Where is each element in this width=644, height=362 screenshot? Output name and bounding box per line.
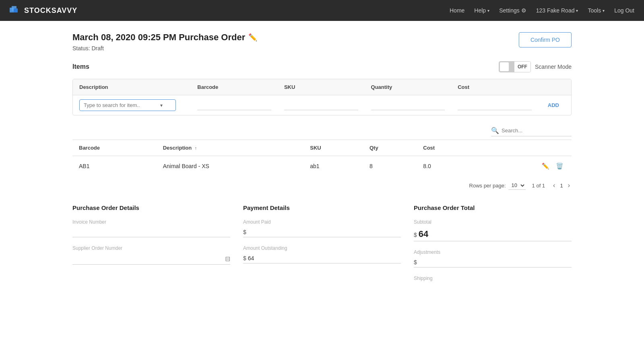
po-details-title: Purchase Order Details <box>72 204 230 211</box>
purchase-order-details-section: Purchase Order Details Invoice Number Su… <box>72 204 230 289</box>
sort-arrow-icon: ↑ <box>195 146 197 150</box>
page-header: March 08, 2020 09:25 PM Purchase Order ✏… <box>72 32 572 51</box>
barcode-input-cell <box>191 95 278 115</box>
brand-icon <box>10 6 21 15</box>
scanner-toggle[interactable]: OFF <box>499 61 531 72</box>
results-table: Barcode Description ↑ SKU Qty Cost AB1 A… <box>72 140 572 176</box>
col-cost: Cost <box>451 79 538 95</box>
search-input[interactable] <box>502 128 572 134</box>
res-col-sku: SKU <box>303 140 363 156</box>
add-item-row: ▾ ADD <box>73 95 571 115</box>
cost-input[interactable] <box>458 101 532 110</box>
row-sku: ab1 <box>303 156 363 177</box>
res-col-qty: Qty <box>363 140 417 156</box>
svg-rect-2 <box>14 8 18 12</box>
nav-tools[interactable]: Tools ▾ <box>588 7 605 14</box>
amount-outstanding-currency: $ <box>243 255 246 261</box>
search-icon: 🔍 <box>491 127 499 134</box>
toggle-thumb <box>500 62 509 71</box>
search-bar-row: 🔍 <box>72 125 572 136</box>
nav-location[interactable]: 123 Fake Road ▾ <box>536 7 578 14</box>
subtotal-amount: 64 <box>419 229 428 239</box>
nav-home[interactable]: Home <box>450 7 464 14</box>
brand-logo[interactable]: STOCKSAVVY <box>10 6 77 15</box>
invoice-number-field: Invoice Number <box>72 219 230 237</box>
next-page-button[interactable]: › <box>566 181 572 190</box>
add-table-header-row: Description Barcode SKU Quantity Cost <box>73 79 571 95</box>
sku-input-cell <box>278 95 365 115</box>
amount-paid-field: Amount Paid $ <box>243 219 401 237</box>
add-item-table-container: Description Barcode SKU Quantity Cost ▾ <box>72 79 572 115</box>
delete-row-button[interactable]: 🗑️ <box>554 162 565 171</box>
page-header-left: March 08, 2020 09:25 PM Purchase Order ✏… <box>72 32 257 51</box>
amount-outstanding-input[interactable] <box>248 255 401 261</box>
results-header-row: Barcode Description ↑ SKU Qty Cost <box>72 140 572 156</box>
page-navigation: ‹ 1 › <box>551 181 572 190</box>
subtotal-field: Subtotal $ 64 <box>414 219 572 241</box>
prev-page-button[interactable]: ‹ <box>551 181 557 190</box>
payment-details-title: Payment Details <box>243 204 401 211</box>
nav-help[interactable]: Help ▾ <box>474 7 489 14</box>
settings-gear-icon: ⚙ <box>521 7 526 14</box>
items-title: Items <box>72 63 89 70</box>
nav-settings[interactable]: Settings ⚙ <box>499 7 526 14</box>
table-row: AB1 Animal Board - XS ab1 8 8.0 ✏️ 🗑️ <box>72 156 572 177</box>
barcode-input[interactable] <box>197 101 271 110</box>
description-dropdown[interactable]: ▾ <box>79 99 176 111</box>
row-cost: 8.0 <box>417 156 477 177</box>
results-table-container: Barcode Description ↑ SKU Qty Cost AB1 A… <box>72 140 572 176</box>
rows-per-page-select[interactable]: 10 25 50 <box>508 181 526 190</box>
add-item-table: Description Barcode SKU Quantity Cost ▾ <box>73 79 571 115</box>
subtotal-label: Subtotal <box>414 219 572 225</box>
edit-row-button[interactable]: ✏️ <box>540 162 551 171</box>
toggle-label: OFF <box>514 62 530 72</box>
edit-title-icon[interactable]: ✏️ <box>248 33 257 42</box>
adjustments-wrapper: $ <box>414 257 572 267</box>
quantity-input-cell <box>365 95 452 115</box>
invoice-number-input[interactable] <box>72 227 230 237</box>
sku-input[interactable] <box>284 101 358 110</box>
shipping-field: Shipping <box>414 276 572 281</box>
quantity-input[interactable] <box>371 101 445 110</box>
shipping-label: Shipping <box>414 276 572 281</box>
page-title: March 08, 2020 09:25 PM Purchase Order ✏… <box>72 32 257 43</box>
amount-paid-wrapper: $ <box>243 227 401 237</box>
toggle-track <box>499 62 514 72</box>
res-col-description[interactable]: Description ↑ <box>157 140 304 156</box>
res-col-barcode: Barcode <box>72 140 157 156</box>
order-total-section: Purchase Order Total Subtotal $ 64 Adjus… <box>414 204 572 289</box>
adjustments-input[interactable] <box>419 259 572 265</box>
amount-paid-currency: $ <box>243 229 246 235</box>
confirm-po-button[interactable]: Confirm PO <box>519 32 572 47</box>
current-page-number: 1 <box>560 183 563 189</box>
supplier-order-label: Supplier Order Numder <box>72 245 230 251</box>
nav-logout[interactable]: Log Out <box>614 7 634 14</box>
description-search-input[interactable] <box>84 102 160 108</box>
adjustments-label: Adjustments <box>414 249 572 255</box>
document-icon: ⊟ <box>225 255 230 263</box>
payment-details-section: Payment Details Amount Paid $ Amount Out… <box>243 204 401 289</box>
amount-paid-input[interactable] <box>248 229 401 235</box>
tools-chevron-icon: ▾ <box>603 8 605 13</box>
pagination-row: Rows per page: 10 25 50 1 of 1 ‹ 1 › <box>72 176 572 195</box>
add-item-button[interactable]: ADD <box>545 101 562 110</box>
supplier-order-input[interactable] <box>72 256 225 262</box>
col-barcode: Barcode <box>191 79 278 95</box>
row-description: Animal Board - XS <box>157 156 304 177</box>
amount-outstanding-label: Amount Outstanding <box>243 245 401 251</box>
dropdown-arrow-icon: ▾ <box>160 103 163 108</box>
items-section-header: Items OFF Scanner Mode <box>72 61 572 72</box>
col-quantity: Quantity <box>365 79 452 95</box>
invoice-number-label: Invoice Number <box>72 219 230 225</box>
res-col-cost: Cost <box>417 140 477 156</box>
main-content: March 08, 2020 09:25 PM Purchase Order ✏… <box>0 21 644 305</box>
status-text: Status: Draft <box>72 45 257 51</box>
adjustments-field: Adjustments $ <box>414 249 572 267</box>
rows-per-page: Rows per page: 10 25 50 <box>469 181 526 190</box>
row-qty: 8 <box>363 156 417 177</box>
amount-outstanding-field: Amount Outstanding $ <box>243 245 401 263</box>
nav-links: Home Help ▾ Settings ⚙ 123 Fake Road ▾ T… <box>450 7 634 14</box>
supplier-order-wrapper: ⊟ <box>72 253 230 265</box>
brand-name: STOCKSAVVY <box>24 6 77 15</box>
supplier-order-field: Supplier Order Numder ⊟ <box>72 245 230 265</box>
